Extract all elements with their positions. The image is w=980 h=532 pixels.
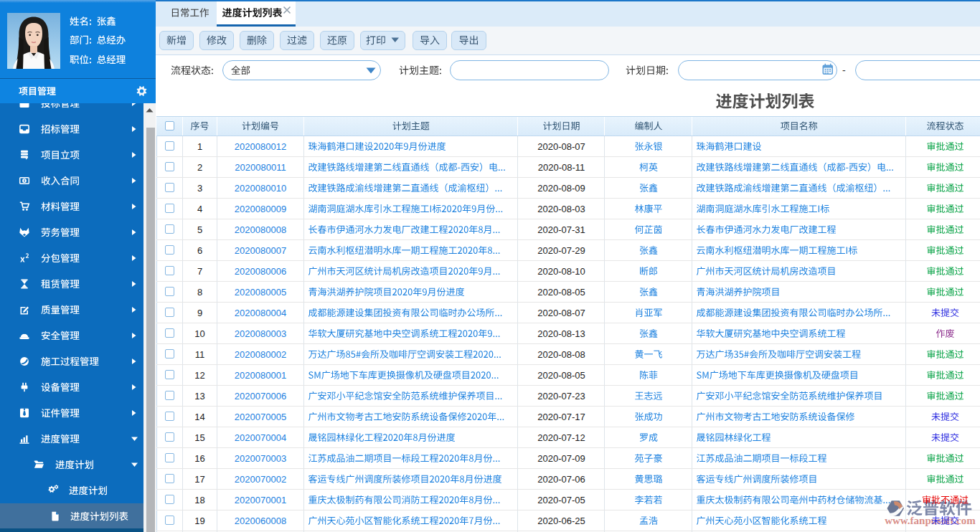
svg-text:2020080003: 2020080003 <box>235 328 286 339</box>
svg-text:7: 7 <box>197 266 202 277</box>
svg-text:11: 11 <box>195 349 205 360</box>
svg-text:2020-08-05: 2020-08-05 <box>537 370 585 381</box>
svg-text:2020-08-07: 2020-08-07 <box>537 308 585 318</box>
svg-text:2020080010: 2020080010 <box>235 183 286 194</box>
svg-text:16: 16 <box>194 453 204 464</box>
svg-text:2020070002: 2020070002 <box>235 474 286 485</box>
svg-text:2020-07-05: 2020-07-05 <box>537 495 585 505</box>
svg-text:19: 19 <box>194 516 204 526</box>
svg-text:13: 13 <box>194 391 204 402</box>
svg-text:2020-08-09: 2020-08-09 <box>537 183 585 194</box>
svg-text:18: 18 <box>194 495 204 505</box>
svg-text:2020080012: 2020080012 <box>235 141 286 152</box>
svg-text:2020-08-08: 2020-08-08 <box>537 349 585 360</box>
svg-text:6: 6 <box>197 245 202 256</box>
svg-text:2020070003: 2020070003 <box>235 453 286 464</box>
svg-text:2020-08-03: 2020-08-03 <box>537 204 585 214</box>
svg-text:2020-08-11: 2020-08-11 <box>538 162 585 173</box>
svg-text:-: - <box>842 65 846 76</box>
svg-text:2020-07-09: 2020-07-09 <box>537 453 585 464</box>
svg-text:2020080008: 2020080008 <box>235 224 286 235</box>
svg-text:2020-08-10: 2020-08-10 <box>537 266 585 277</box>
svg-text:2020080001: 2020080001 <box>235 370 286 381</box>
svg-text:2020-08-13: 2020-08-13 <box>537 328 585 339</box>
svg-text:14: 14 <box>194 412 204 422</box>
svg-text:2020070005: 2020070005 <box>235 412 286 422</box>
svg-text:5: 5 <box>197 224 202 235</box>
svg-text:www.fanpusoft.com: www.fanpusoft.com <box>885 515 976 526</box>
svg-text:2020080005: 2020080005 <box>235 287 286 298</box>
svg-text:12: 12 <box>194 370 204 381</box>
svg-text:2: 2 <box>197 162 202 173</box>
svg-text:15: 15 <box>194 432 204 443</box>
svg-text:4: 4 <box>197 204 202 214</box>
svg-text:2020080006: 2020080006 <box>235 266 286 277</box>
svg-text:17: 17 <box>194 474 204 485</box>
svg-text:3: 3 <box>197 183 202 194</box>
svg-text:2020-08-07: 2020-08-07 <box>537 141 585 152</box>
svg-text:2020080002: 2020080002 <box>235 349 286 360</box>
svg-text:2020-08-05: 2020-08-05 <box>537 287 585 298</box>
svg-text:2020080009: 2020080009 <box>235 204 286 214</box>
svg-text:10: 10 <box>194 328 204 339</box>
svg-text:2020-07-06: 2020-07-06 <box>537 474 585 485</box>
svg-text:2020080007: 2020080007 <box>235 245 286 256</box>
svg-text:2020080004: 2020080004 <box>235 308 286 318</box>
svg-text:2020-07-29: 2020-07-29 <box>537 245 585 256</box>
svg-text:9: 9 <box>197 308 202 318</box>
svg-text:8: 8 <box>197 287 202 298</box>
svg-text:2020070004: 2020070004 <box>235 432 286 443</box>
svg-text:2020-06-25: 2020-06-25 <box>537 516 585 526</box>
svg-text:2020060008: 2020060008 <box>235 516 286 526</box>
svg-text:2020070006: 2020070006 <box>235 391 286 402</box>
svg-text:2020-07-17: 2020-07-17 <box>537 412 585 422</box>
svg-text:2020-07-23: 2020-07-23 <box>537 391 585 402</box>
svg-text:2020-07-31: 2020-07-31 <box>537 224 585 235</box>
svg-text:1: 1 <box>197 141 202 152</box>
svg-text:2020070001: 2020070001 <box>235 495 286 505</box>
svg-text:2020-07-12: 2020-07-12 <box>537 432 585 443</box>
svg-text:2020080011: 2020080011 <box>235 162 286 173</box>
